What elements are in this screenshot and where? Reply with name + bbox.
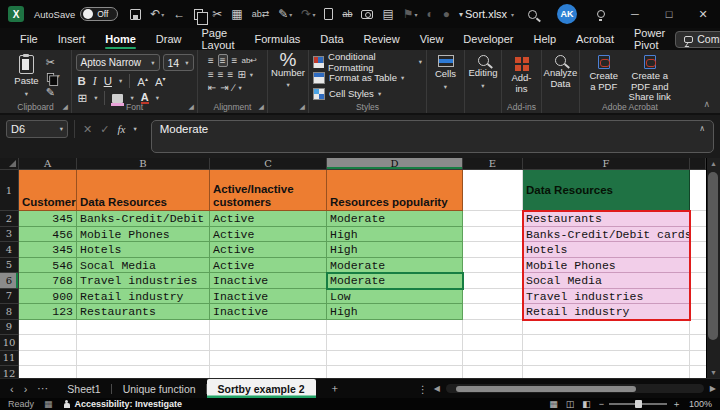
borders-dropdown-icon[interactable]: ▾ — [94, 94, 97, 102]
row-header-11[interactable]: 11 — [0, 351, 19, 367]
cell-D12[interactable] — [327, 366, 463, 378]
vertical-scrollbar-thumb[interactable] — [708, 172, 718, 340]
document-title-control[interactable]: Sort.xlsx ▾ — [465, 8, 514, 20]
zoom-level[interactable]: 100% — [689, 399, 712, 409]
cell-C4[interactable]: Active — [210, 242, 327, 258]
row-header-10[interactable]: 10 — [0, 335, 19, 351]
column-header-A[interactable]: A — [19, 158, 77, 170]
row-header-6[interactable]: 6 — [0, 273, 19, 289]
cell-C2[interactable]: Active — [210, 211, 327, 227]
cell-E10[interactable] — [463, 335, 523, 351]
cell-B3[interactable]: Mobile Phones — [77, 227, 210, 243]
cell-C7[interactable]: Inactive — [210, 289, 327, 305]
row-header-8[interactable]: 8 — [0, 304, 19, 320]
spreadsheet[interactable]: ABCDEF1CustomerData ResourcesActive/Inac… — [0, 158, 706, 378]
menu-tab-developer[interactable]: Developer — [453, 28, 523, 50]
increase-indent-button[interactable]: ⇥ — [220, 82, 228, 93]
camera-button[interactable] — [361, 10, 373, 19]
cell-E5[interactable] — [463, 258, 523, 274]
normal-view-button[interactable]: ▦ — [549, 399, 558, 409]
cell-D8[interactable]: High — [327, 304, 463, 320]
cell-D9[interactable] — [327, 320, 463, 336]
cell-F11[interactable] — [523, 351, 690, 367]
scroll-up-icon[interactable]: ▲ — [710, 160, 717, 167]
align-right-button[interactable]: ≡ — [228, 69, 234, 80]
cell-E12[interactable] — [463, 366, 523, 378]
cell-A2[interactable]: 345 — [19, 211, 77, 227]
sheet-tab-sortby-example-2[interactable]: Sortby example 2 — [207, 379, 316, 398]
cell-B11[interactable] — [77, 351, 210, 367]
copy-button[interactable] — [194, 9, 203, 20]
cell-D11[interactable] — [327, 351, 463, 367]
cell-styles-dropdown-icon[interactable]: ▾ — [378, 90, 381, 98]
paste-dropdown-icon[interactable]: ▾ — [25, 89, 28, 100]
ink-dropdown-icon[interactable]: ▾ — [289, 11, 292, 18]
maximize-button[interactable]: □ — [652, 0, 686, 28]
font-size-dropdown-icon[interactable]: ▾ — [185, 59, 188, 67]
conditional-formatting-button[interactable]: Conditional Formatting ▾ — [313, 54, 422, 69]
column-header-E[interactable]: E — [463, 158, 523, 170]
cell-A10[interactable] — [19, 335, 77, 351]
column-header-C[interactable]: C — [210, 158, 327, 170]
cell-F1[interactable]: Data Resources — [523, 170, 690, 211]
font-color-dropdown-icon[interactable]: ▾ — [156, 94, 159, 102]
cell-F7[interactable]: Travel industries — [523, 289, 690, 305]
column-header-F[interactable]: F — [523, 158, 690, 170]
zoom-out-button[interactable]: − — [599, 399, 604, 409]
cell-F8[interactable]: Retail industry — [523, 304, 690, 320]
all-sheets-button[interactable]: ⋯ — [37, 382, 48, 395]
menu-tab-page-layout[interactable]: Page Layout — [191, 28, 244, 50]
row-header-4[interactable]: 4 — [0, 242, 19, 258]
sheet-options-icon[interactable]: ⋮ — [417, 383, 428, 395]
sheet-tab-unique-function[interactable]: Unique function — [112, 379, 207, 398]
comments-button[interactable]: Comments — [675, 31, 720, 48]
cell-B7[interactable]: Retail industry — [77, 289, 210, 305]
title-dropdown-icon[interactable]: ▾ — [511, 11, 514, 18]
ink-button[interactable]: ✎▾ — [278, 7, 292, 21]
whats-new-button[interactable] — [584, 0, 618, 28]
orientation-dropdown-icon[interactable]: ▾ — [238, 84, 241, 92]
cell-A5[interactable]: 546 — [19, 258, 77, 274]
menu-tab-insert[interactable]: Insert — [48, 28, 96, 50]
cell-E2[interactable] — [463, 211, 523, 227]
name-box-dropdown-icon[interactable]: ▾ — [60, 125, 63, 133]
merge-dropdown-icon[interactable]: ▾ — [250, 71, 253, 79]
find-replace-button[interactable]: ab⇄ — [252, 9, 270, 19]
row-header-1[interactable]: 1 — [0, 170, 19, 211]
menu-tab-formulas[interactable]: Formulas — [245, 28, 311, 50]
conditional-formatting-dropdown-icon[interactable]: ▾ — [419, 58, 422, 66]
bold-button[interactable]: B — [78, 75, 86, 87]
align-middle-button[interactable]: ≡ — [218, 54, 228, 67]
copy-button-ribbon[interactable]: ▾ — [46, 72, 60, 83]
align-center-button[interactable]: ≡ — [218, 69, 224, 80]
cell-F3[interactable]: Banks-Credit/Debit cards — [523, 227, 690, 243]
excel-logo-icon[interactable]: X — [8, 6, 24, 22]
cell-A6[interactable]: 768 — [19, 273, 77, 289]
cell-A1[interactable]: Customer — [19, 170, 77, 211]
save-button[interactable] — [130, 9, 141, 20]
cell-B9[interactable] — [77, 320, 210, 336]
cell-D5[interactable]: Moderate — [327, 258, 463, 274]
prev-sheet-button[interactable]: ‹ — [10, 383, 14, 395]
cell-E11[interactable] — [463, 351, 523, 367]
account-button[interactable]: AK — [550, 0, 584, 28]
cell-B5[interactable]: Socal Media — [77, 258, 210, 274]
cell-styles-button[interactable]: Cell Styles ▾ — [313, 86, 422, 101]
cell-B6[interactable]: Travel industries — [77, 273, 210, 289]
cell-A4[interactable]: 345 — [19, 242, 77, 258]
orientation-button[interactable]: ∕ — [233, 82, 235, 93]
row-header-9[interactable]: 9 — [0, 320, 19, 336]
format-as-table-dropdown-icon[interactable]: ▾ — [401, 74, 404, 82]
cell-E9[interactable] — [463, 320, 523, 336]
cell-F10[interactable] — [523, 335, 690, 351]
close-button[interactable]: ✕ — [686, 0, 720, 28]
editing-button[interactable]: Editing ▾ — [465, 54, 500, 92]
cell-D7[interactable]: Low — [327, 289, 463, 305]
grow-font-button[interactable]: A▴ — [137, 75, 148, 88]
cell-E3[interactable] — [463, 227, 523, 243]
analyze-data-button[interactable]: Analyze Data — [541, 54, 581, 90]
format-painter-button[interactable]: ✎ — [46, 86, 60, 99]
page-layout-view-button[interactable]: ◫ — [566, 399, 575, 409]
menu-tab-view[interactable]: View — [410, 28, 454, 50]
column-header-D[interactable]: D — [327, 158, 463, 170]
